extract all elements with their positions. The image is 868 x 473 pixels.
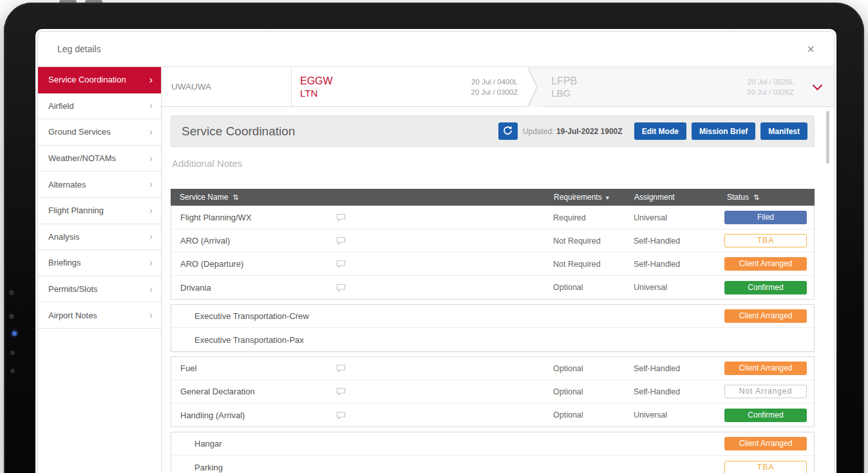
status-badge[interactable]: TBA	[724, 234, 807, 247]
arrival-time-local: 20 Jul / 0526L	[747, 77, 794, 87]
table-group-hangar-parking: Hangar Client Arranged Parking	[171, 432, 815, 473]
services-table-header: Service Name ⇅ Requirements ▾ Assignment	[171, 189, 815, 206]
departure-section: EGGW LTN 20 Jul / 0400L 20 Jul / 0300Z	[292, 67, 528, 106]
section-header-panel: Service Coordination	[171, 115, 815, 147]
chevron-right-icon: ›	[149, 179, 153, 189]
window-header: Leg details ×	[38, 32, 834, 67]
comment-icon[interactable]	[336, 236, 346, 245]
bezel-dot	[10, 351, 15, 355]
table-row-flight-planning-wx: Flight Planning/WX Required Universal Fi…	[171, 206, 814, 229]
additional-notes-label: Additional Notes	[172, 158, 815, 169]
header-label: Assignment	[634, 193, 675, 202]
updated-label: Updated:	[523, 127, 554, 136]
status-badge[interactable]: Client Arranged	[724, 437, 807, 450]
arrival-iata: LBG	[551, 87, 577, 99]
requirement-value: Not Required	[553, 236, 634, 246]
chevron-right-icon: ›	[149, 127, 153, 137]
sidebar-item-label: Analysis	[48, 232, 149, 242]
header-assignment: Assignment	[634, 193, 718, 202]
comment-icon[interactable]	[336, 364, 346, 372]
edit-mode-button[interactable]: Edit Mode	[634, 122, 686, 140]
updated-timestamp: Updated: 19-Jul-2022 1900Z	[523, 127, 623, 136]
leg-expand-button[interactable]	[811, 84, 824, 89]
assignment-value: Universal	[634, 410, 717, 420]
comment-icon[interactable]	[336, 213, 346, 222]
service-name: Handling (Arrival)	[180, 410, 336, 420]
arrival-section: LFPB LBG 20 Jul / 0526L 20 Jul / 0326Z	[542, 67, 834, 106]
close-icon[interactable]: ×	[807, 43, 815, 55]
header-requirements[interactable]: Requirements ▾	[554, 193, 634, 202]
chevron-right-icon: ›	[149, 153, 153, 164]
sidebar-item-alternates[interactable]: Alternates ›	[38, 171, 161, 198]
sidebar-item-label: Permits/Slots	[48, 284, 149, 294]
stage: Leg details × Service Coordination › Air…	[0, 0, 868, 473]
departure-iata: LTN	[300, 87, 333, 99]
sidebar-item-airport-notes[interactable]: Airport Notes ›	[38, 302, 161, 329]
service-name: ARO (Arrival)	[180, 236, 336, 246]
status-badge[interactable]: Confirmed	[724, 409, 807, 422]
requirement-value: Required	[553, 213, 634, 222]
header-label: Service Name	[180, 193, 228, 202]
sidebar-item-permits-slots[interactable]: Permits/Slots ›	[38, 276, 161, 303]
sidebar-item-flight-planning[interactable]: Flight Planning ›	[38, 198, 161, 224]
arrival-times: 20 Jul / 0526L 20 Jul / 0326Z	[747, 77, 794, 97]
assignment-value: Self-Handled	[634, 236, 717, 246]
requirement-value: Optional	[553, 283, 634, 292]
requirement-value: Not Required	[553, 260, 634, 269]
table-section: Fuel Optional Self-Handled Client Arrang…	[171, 356, 815, 427]
chevron-down-icon	[812, 81, 822, 91]
header-status[interactable]: Status ⇅	[718, 193, 815, 202]
header-service-name[interactable]: Service Name ⇅	[171, 193, 368, 202]
refresh-button[interactable]	[498, 122, 518, 140]
departure-airport: EGGW LTN	[300, 75, 333, 99]
service-name: Parking	[194, 463, 350, 472]
status-badge[interactable]: Client Arranged	[724, 362, 807, 375]
sort-icon: ⇅	[753, 193, 759, 202]
status-badge[interactable]: Not Arranged	[724, 385, 807, 398]
window-title: Leg details	[57, 44, 101, 54]
sidebar-item-briefings[interactable]: Briefings ›	[38, 250, 161, 276]
comment-icon[interactable]	[336, 411, 346, 420]
status-badge[interactable]: Filed	[724, 211, 807, 224]
table-row-hangar: Hangar Client Arranged	[171, 432, 814, 456]
sidebar-item-service-coordination[interactable]: Service Coordination ›	[38, 67, 161, 93]
bezel-dot	[9, 290, 14, 295]
arrival-airport: LFPB LBG	[551, 75, 577, 99]
sidebar-item-label: Service Coordination	[48, 75, 149, 84]
comment-icon[interactable]	[336, 387, 346, 396]
chevron-right-icon: ›	[149, 206, 153, 216]
service-name: Drivania	[180, 283, 336, 293]
bezel-dot	[9, 314, 14, 319]
manifest-button[interactable]: Manifest	[760, 122, 807, 140]
status-badge[interactable]: Client Arranged	[724, 257, 807, 271]
page-title: Service Coordination	[182, 124, 498, 139]
table-row-exec-transport-crew: Executive Transportation-Crew Client Arr…	[171, 305, 814, 328]
sidebar-item-weather-notams[interactable]: Weather/NOTAMs ›	[38, 146, 161, 172]
tablet-frame: Leg details × Service Coordination › Air…	[4, 3, 864, 473]
comment-icon[interactable]	[336, 260, 346, 268]
sidebar-item-analysis[interactable]: Analysis ›	[38, 224, 161, 251]
window-body: Service Coordination › Airfield › Ground…	[38, 67, 834, 473]
table-row-parking: Parking TBA	[171, 456, 814, 473]
table-row-handling-arrival: Handling (Arrival) Optional Universal Co…	[171, 403, 814, 427]
bezel-indicator-light	[12, 331, 17, 336]
table-row-exec-transport-pax: Executive Transportation-Pax	[171, 328, 814, 351]
service-name: Hangar	[194, 439, 350, 449]
status-badge[interactable]: Client Arranged	[724, 309, 807, 323]
status-badge[interactable]: Confirmed	[724, 281, 807, 294]
assignment-value: Self-Handled	[634, 364, 717, 373]
sidebar-item-label: Airfield	[48, 101, 149, 111]
scrollbar-thumb[interactable]	[826, 111, 829, 164]
table-group-executive-transportation: Executive Transportation-Crew Client Arr…	[171, 304, 815, 352]
comment-icon[interactable]	[336, 284, 346, 292]
service-name: Executive Transportation-Pax	[194, 335, 350, 345]
service-name: Flight Planning/WX	[180, 213, 336, 222]
sidebar-item-ground-services[interactable]: Ground Services ›	[38, 119, 161, 146]
requirement-value: Optional	[553, 410, 634, 420]
assignment-value: Self-Handled	[634, 260, 717, 269]
status-badge[interactable]: TBA	[724, 461, 807, 473]
mission-brief-button[interactable]: Mission Brief	[692, 122, 755, 140]
chevron-right-icon: ›	[149, 75, 153, 85]
sidebar-item-airfield[interactable]: Airfield ›	[38, 93, 161, 120]
service-name: General Declaration	[180, 387, 336, 396]
